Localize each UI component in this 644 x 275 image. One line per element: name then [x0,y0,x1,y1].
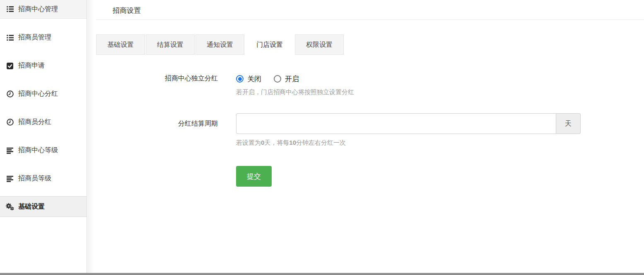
tab-notification-settings[interactable]: 通知设置 [195,34,244,55]
sidebar-item-basic-settings[interactable]: 基础设置 [0,196,87,217]
sidebar-item-label: 招商中心分红 [18,90,58,98]
form-row-submit: 提交 [96,166,644,187]
sidebar-item-center-level[interactable]: 招商中心等级 [0,141,87,160]
sidebar-item-label: 招商申请 [18,61,45,70]
sidebar-item-label: 基础设置 [18,202,45,211]
submit-button[interactable]: 提交 [236,166,272,187]
tab-settlement-settings[interactable]: 结算设置 [146,34,195,55]
radio-unselected-icon[interactable] [274,75,281,83]
dividend-cycle-help: 若设置为0天，将每10分钟左右分红一次 [236,139,581,147]
sidebar-item-label: 招商员分红 [18,118,51,127]
sidebar-item-label: 招商中心管理 [18,5,58,14]
tab-basic-settings[interactable]: 基础设置 [96,34,145,55]
independent-dividend-label: 招商中心独立分红 [96,74,218,96]
sidebar-item-merchant-center-management[interactable]: 招商中心管理 [0,0,87,19]
dividend-cycle-unit-addon: 天 [556,113,581,134]
form-row-dividend-cycle: 分红结算周期 天 若设置为0天，将每10分钟左右分红一次 [96,113,644,147]
sidebar-item-staff-dividend[interactable]: 招商员分红 [0,113,87,131]
sidebar-item-staff-level[interactable]: 招商员等级 [0,169,87,188]
cogs-icon [6,203,14,210]
tab-permission-settings[interactable]: 权限设置 [295,34,344,55]
settings-tab-bar: 基础设置 结算设置 通知设置 门店设置 权限设置 [96,34,644,55]
page-title: 招商设置 [96,0,644,20]
clock-icon [6,90,14,98]
dividend-cycle-input-group: 天 [236,113,581,134]
sidebar: 招商中心管理 招商员管理 招商申请 招商中心分红 [0,0,87,275]
align-left-icon [6,175,14,183]
sidebar-item-label: 招商员等级 [18,174,51,183]
sidebar-item-label: 招商中心等级 [18,146,58,155]
tab-store-settings[interactable]: 门店设置 [245,34,294,55]
main-content: 招商设置 基础设置 结算设置 通知设置 门店设置 权限设置 招商中心独立分红 关… [87,0,644,275]
form-row-independent-dividend: 招商中心独立分红 关闭 开启 若开启，门店招商中心将按照独立设置分红 [96,74,644,96]
radio-option-open-label: 开启 [285,74,299,84]
independent-dividend-radio-group: 关闭 开启 [236,74,354,83]
radio-option-close[interactable]: 关闭 [236,74,261,84]
dividend-cycle-input[interactable] [236,113,556,134]
sidebar-item-merchant-application[interactable]: 招商申请 [0,56,87,75]
clock-icon [6,119,14,126]
dividend-cycle-label: 分红结算周期 [96,113,218,147]
independent-dividend-help: 若开启，门店招商中心将按照独立设置分红 [236,88,354,96]
store-settings-form: 招商中心独立分红 关闭 开启 若开启，门店招商中心将按照独立设置分红 分红结算周… [96,74,644,187]
check-square-icon [6,62,14,70]
sidebar-item-center-dividend[interactable]: 招商中心分红 [0,85,87,103]
sidebar-item-merchant-staff-management[interactable]: 招商员管理 [0,28,87,47]
radio-option-open[interactable]: 开启 [274,74,299,84]
list-icon [6,34,14,41]
horizontal-scrollbar[interactable] [0,273,644,275]
radio-selected-icon[interactable] [236,75,244,83]
align-left-icon [6,147,14,154]
sidebar-item-label: 招商员管理 [18,33,51,42]
radio-option-close-label: 关闭 [247,74,261,84]
list-icon [6,5,14,13]
